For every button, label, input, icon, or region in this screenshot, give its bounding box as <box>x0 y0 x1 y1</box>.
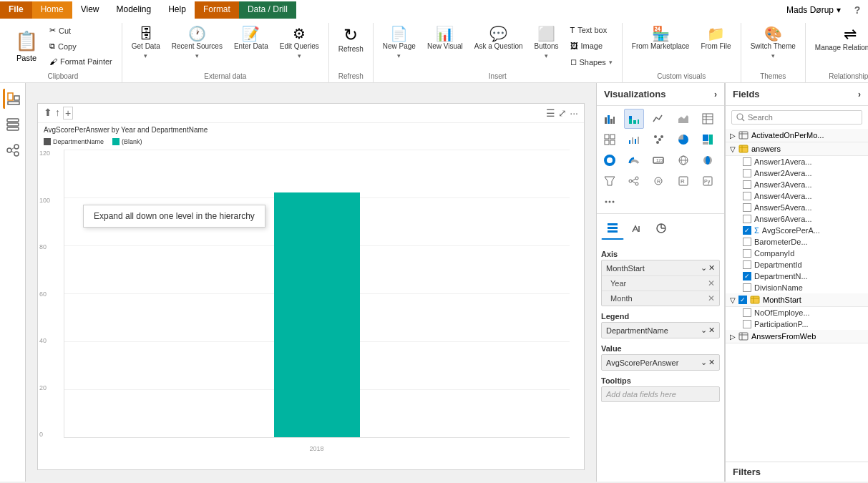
legend-remove-icon[interactable]: ✕ <box>708 326 715 335</box>
value-expand-icon[interactable]: ⌄ <box>701 358 707 367</box>
field-item-noofemployees[interactable]: NoOfEmploye... <box>726 307 868 318</box>
field-item-divisionname[interactable]: DivisionName <box>726 282 868 293</box>
fields-search-box[interactable] <box>731 110 862 125</box>
manage-relationships-button[interactable]: ⇌ Manage Relationships <box>810 23 868 56</box>
axis-field-header[interactable]: MonthStart ⌄ ✕ <box>602 260 719 275</box>
chart-expand-viz-icon[interactable]: ⤢ <box>558 107 567 119</box>
tab-modeling[interactable]: Modeling <box>107 1 160 19</box>
answer1-checkbox[interactable] <box>743 157 751 166</box>
field-item-answer1[interactable]: Answer1Avera... <box>726 156 868 167</box>
new-visual-button[interactable]: 📊 New Visual <box>422 23 468 54</box>
companyid-checkbox[interactable] <box>743 249 751 258</box>
axis-month-remove[interactable]: ✕ <box>708 293 715 303</box>
paste-button[interactable]: 📋 Paste <box>9 23 44 69</box>
from-file-button[interactable]: 📁 From File <box>696 23 736 54</box>
enter-data-button[interactable]: 📝 Enter Data <box>229 23 273 54</box>
answer2-checkbox[interactable] <box>743 169 751 177</box>
viz-scatter[interactable] <box>648 130 668 150</box>
monthstart-cb[interactable]: ✓ <box>738 296 747 304</box>
field-group-answersfromweb-header[interactable]: ▷ AnswersFromWeb <box>726 330 868 343</box>
viz-r-visual[interactable]: R <box>673 171 693 191</box>
help-button[interactable]: ? <box>847 0 868 20</box>
viz-bar-chart[interactable] <box>600 109 620 129</box>
copy-button[interactable]: ⧉ Copy <box>44 39 117 54</box>
field-group-answers-header[interactable]: ▽ answers <box>726 142 868 156</box>
viz-waterfall[interactable] <box>624 130 644 150</box>
avgscore-checkbox[interactable]: ✓ <box>743 226 751 235</box>
chart-up-icon[interactable]: ⬆ <box>44 107 52 119</box>
viz-map[interactable] <box>673 150 693 170</box>
shapes-button[interactable]: ◻ Shapes ▾ <box>565 54 618 69</box>
field-item-companyid[interactable]: CompanyId <box>726 248 868 259</box>
field-item-barometer[interactable]: BarometerDe... <box>726 236 868 248</box>
viz-card[interactable]: 123 <box>648 150 668 170</box>
legend-field-header[interactable]: DepartmentName ⌄ ✕ <box>602 323 719 338</box>
viz-line-chart[interactable] <box>648 109 668 129</box>
recent-sources-button[interactable]: 🕐 Recent Sources ▾ <box>167 23 228 63</box>
switch-theme-button[interactable]: 🎨 Switch Theme ▾ <box>746 23 801 63</box>
viz-stacked-bar-chart[interactable] <box>624 109 644 129</box>
field-group-activated-header[interactable]: ▷ ActivatedOnPerMo... <box>726 129 868 142</box>
user-area[interactable]: Mads Dørup ▾ <box>781 0 847 20</box>
viz-matrix[interactable] <box>600 130 620 150</box>
cut-button[interactable]: ✂ Cut <box>44 23 117 38</box>
viz-more[interactable] <box>600 192 620 212</box>
nav-relationships-icon[interactable] <box>3 140 23 160</box>
nav-data-icon[interactable] <box>3 114 23 135</box>
viz-python[interactable]: Py <box>698 171 718 191</box>
value-field-header[interactable]: AvgScorePerAnswer ⌄ ✕ <box>602 355 719 370</box>
fields-panel-chevron[interactable]: › <box>858 89 861 99</box>
edit-queries-button[interactable]: ⚙ Edit Queries ▾ <box>275 23 324 63</box>
field-item-departmentname[interactable]: ✓ DepartmentN... <box>726 270 868 282</box>
departmentname-checkbox[interactable]: ✓ <box>743 272 751 280</box>
answer4-checkbox[interactable] <box>743 192 751 200</box>
nav-report-icon[interactable] <box>3 89 23 109</box>
new-page-button[interactable]: 📄 New Page ▾ <box>378 23 421 63</box>
field-item-participation[interactable]: ParticipationP... <box>726 318 868 330</box>
chart-filter-icon[interactable]: ☰ <box>546 107 555 119</box>
chart-more-icon[interactable]: ··· <box>570 107 578 119</box>
viz-treemap[interactable] <box>698 130 718 150</box>
field-item-avgscore[interactable]: ✓ Σ AvgScorePerA... <box>726 225 868 236</box>
departmentid-checkbox[interactable] <box>743 260 751 269</box>
buttons-button[interactable]: ⬜ Buttons ▾ <box>530 23 564 63</box>
axis-expand-icon[interactable]: ⌄ <box>701 263 707 273</box>
field-item-answer6[interactable]: Answer6Avera... <box>726 213 868 225</box>
answer5-checkbox[interactable] <box>743 203 751 212</box>
viz-table-chart[interactable] <box>698 109 718 129</box>
viz-gauge[interactable] <box>624 150 644 170</box>
tab-home[interactable]: Home <box>32 1 72 19</box>
tab-view[interactable]: View <box>72 1 108 19</box>
axis-year-remove[interactable]: ✕ <box>708 278 715 288</box>
ask-question-button[interactable]: 💬 Ask a Question <box>469 23 528 54</box>
tab-format[interactable]: Format <box>195 1 239 19</box>
divisionname-checkbox[interactable] <box>743 283 751 292</box>
chart-expand-icon[interactable]: + <box>63 107 73 119</box>
field-item-answer3[interactable]: Answer3Avera... <box>726 179 868 190</box>
axis-remove-icon[interactable]: ✕ <box>708 263 715 273</box>
tab-data-drill[interactable]: Data / Drill <box>239 1 296 19</box>
viz-filled-map[interactable] <box>698 150 718 170</box>
image-button[interactable]: 🖼 Image <box>565 39 618 53</box>
field-item-answer2[interactable]: Answer2Avera... <box>726 167 868 179</box>
refresh-button[interactable]: ↻ Refresh <box>333 23 369 57</box>
noofemployees-checkbox[interactable] <box>743 308 751 317</box>
viz-fields-icon[interactable] <box>601 217 624 240</box>
viz-format-icon[interactable] <box>625 217 648 240</box>
viz-funnel[interactable] <box>600 171 620 191</box>
tab-help[interactable]: Help <box>160 1 195 19</box>
answer6-checkbox[interactable] <box>743 215 751 223</box>
viz-panel-chevron[interactable]: › <box>714 89 717 99</box>
format-painter-button[interactable]: 🖌 Format Painter <box>44 54 117 69</box>
fields-search-input[interactable] <box>748 113 857 122</box>
from-marketplace-button[interactable]: 🏪 From Marketplace <box>627 23 695 54</box>
chart-container[interactable]: ⬆ ↑ + ☰ ⤢ ··· AvgScorePerAnswer by Year … <box>37 103 585 470</box>
answer3-checkbox[interactable] <box>743 180 751 189</box>
text-box-button[interactable]: T Text box <box>565 23 618 37</box>
field-item-answer5[interactable]: Answer5Avera... <box>726 202 868 213</box>
field-item-departmentid[interactable]: DepartmentId <box>726 259 868 270</box>
participation-checkbox[interactable] <box>743 320 751 328</box>
viz-donut[interactable] <box>600 150 620 170</box>
viz-key-influencers[interactable]: R <box>648 171 668 191</box>
viz-decomp-tree[interactable] <box>624 171 644 191</box>
